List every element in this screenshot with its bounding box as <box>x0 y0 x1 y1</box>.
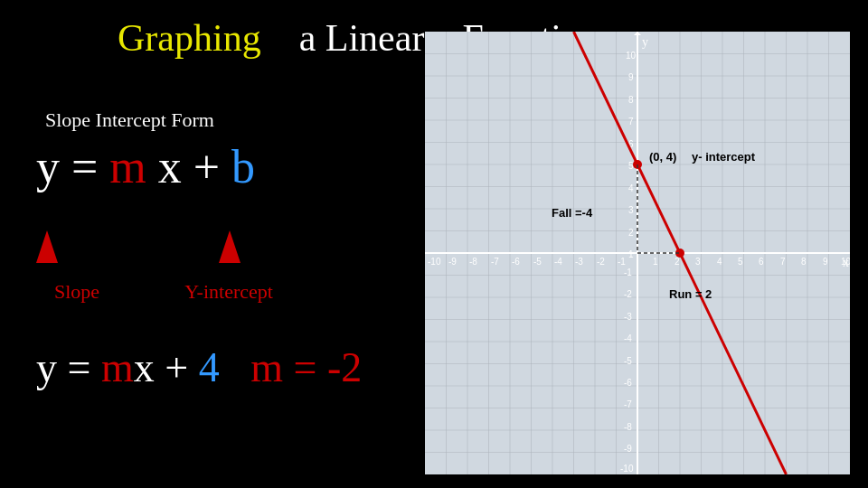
y-intercept-desc: y- intercept <box>692 150 756 164</box>
svg-text:-4: -4 <box>624 333 632 343</box>
eq2-meq: m = <box>250 344 327 390</box>
title-a-linear: a Linear <box>299 17 425 59</box>
eq2-four: 4 <box>199 344 220 390</box>
svg-text:-8: -8 <box>469 257 477 267</box>
svg-text:-2: -2 <box>597 257 605 267</box>
svg-text:4: 4 <box>628 183 634 193</box>
equation-display: y = m x + b <box>36 140 255 193</box>
svg-text:5: 5 <box>738 257 743 267</box>
eq-y: y = <box>36 141 109 192</box>
svg-text:7: 7 <box>780 257 786 267</box>
svg-text:-5: -5 <box>533 257 542 267</box>
svg-text:7: 7 <box>628 117 634 127</box>
svg-text:10: 10 <box>841 257 850 267</box>
run-label: Run = 2 <box>669 287 712 301</box>
svg-text:-10: -10 <box>428 257 441 267</box>
slope-arrow-icon <box>36 230 58 263</box>
svg-text:4: 4 <box>717 257 722 267</box>
eq-m: m <box>109 141 146 192</box>
eq2-spaces <box>220 344 251 390</box>
svg-text:-8: -8 <box>624 422 632 432</box>
eq-b: b <box>231 141 255 192</box>
svg-text:8: 8 <box>801 257 807 267</box>
eq2-neg2: -2 <box>327 344 362 390</box>
slope-label: Slope <box>36 280 118 304</box>
svg-text:9: 9 <box>823 257 828 267</box>
y-intercept-label: (0, 4) <box>649 150 676 164</box>
svg-text:3: 3 <box>628 205 634 215</box>
eq2-m: m <box>101 344 134 390</box>
yintercept-arrow-group <box>219 230 241 267</box>
svg-text:1: 1 <box>653 257 658 267</box>
svg-text:-7: -7 <box>491 257 499 267</box>
fall-label: Fall =-4 <box>552 206 593 220</box>
svg-text:-7: -7 <box>624 399 632 409</box>
svg-text:3: 3 <box>695 257 701 267</box>
y-axis-label: y <box>642 35 648 49</box>
svg-text:5: 5 <box>628 161 634 171</box>
labels-row: Slope Y-intercept <box>36 280 288 304</box>
svg-text:1: 1 <box>628 249 634 259</box>
eq-x: x + <box>146 141 231 192</box>
svg-text:-1: -1 <box>624 267 632 277</box>
svg-text:-10: -10 <box>620 464 634 474</box>
svg-text:9: 9 <box>628 72 634 82</box>
eq2-y: y = <box>36 344 101 390</box>
svg-text:-3: -3 <box>624 312 632 322</box>
svg-text:-9: -9 <box>448 257 457 267</box>
yintercept-label: Y-intercept <box>170 280 288 304</box>
svg-text:-6: -6 <box>624 378 632 388</box>
svg-text:-2: -2 <box>624 289 632 299</box>
graph-container: x y -10 -9 -8 -7 -6 -5 -4 -3 -2 -1 1 2 3… <box>425 32 850 474</box>
svg-text:6: 6 <box>759 257 764 267</box>
eq2-xplus: x + <box>134 344 199 390</box>
graph-svg: x y -10 -9 -8 -7 -6 -5 -4 -3 -2 -1 1 2 3… <box>425 32 850 474</box>
svg-text:-1: -1 <box>618 257 626 267</box>
yintercept-arrow-icon <box>219 230 241 263</box>
equation2-display: y = mx + 4 m = -2 <box>36 343 362 391</box>
slope-intercept-label: Slope Intercept Form <box>45 108 214 132</box>
title-graphing: Graphing <box>118 17 261 59</box>
svg-text:-6: -6 <box>512 257 520 267</box>
svg-text:-5: -5 <box>624 356 632 366</box>
svg-text:2: 2 <box>675 257 680 267</box>
svg-text:2: 2 <box>628 228 634 238</box>
svg-text:-3: -3 <box>575 257 583 267</box>
slope-arrow-group <box>36 230 58 267</box>
svg-text:10: 10 <box>626 51 637 61</box>
arrows-row <box>36 230 241 267</box>
svg-text:8: 8 <box>628 95 634 105</box>
svg-text:-4: -4 <box>554 257 562 267</box>
svg-text:-9: -9 <box>624 444 632 454</box>
